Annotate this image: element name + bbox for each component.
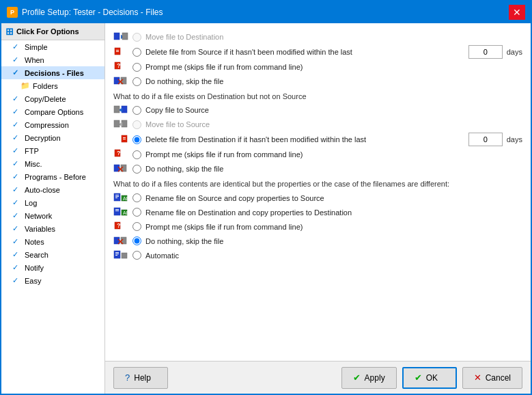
cancel-icon: ✕ <box>474 372 481 383</box>
sidebar-item-notes[interactable]: ✓ Notes <box>1 235 104 248</box>
close-button[interactable]: ✕ <box>509 5 525 20</box>
apply-button[interactable]: ✔ Apply <box>341 367 397 389</box>
radio-move-to-source[interactable] <box>132 120 141 129</box>
radio-delete-from-source[interactable] <box>132 48 141 57</box>
label-prompt-3: Prompt me (skips file if run from comman… <box>132 222 522 231</box>
sidebar-item-search[interactable]: ✓ Search <box>1 248 104 261</box>
label-prompt-1: Prompt me (skips file if run from comman… <box>132 63 522 72</box>
svg-rect-33 <box>114 208 120 215</box>
option-row-delete-from-source: Delete file from Source if it hasn't bee… <box>113 45 522 59</box>
sidebar-label-notes: Notes <box>25 238 44 246</box>
check-icon: ✓ <box>12 55 22 64</box>
label-do-nothing-3: Do nothing, skip the file <box>132 236 522 245</box>
sidebar-label-log: Log <box>25 199 37 207</box>
sidebar-item-network[interactable]: ✓ Network <box>1 209 104 222</box>
option-row-do-nothing-2: Do nothing, skip the file <box>113 163 522 175</box>
sidebar-label-programs-before: Programs - Before <box>25 173 86 181</box>
svg-rect-14 <box>114 106 120 113</box>
section2-label: What to do if a files contents are ident… <box>113 179 522 189</box>
radio-label-move-to-source: Move file to Source <box>145 120 210 128</box>
svg-rect-35 <box>115 210 119 211</box>
do-nothing-3-icon <box>113 235 128 247</box>
sidebar-item-easy[interactable]: ✓ Easy <box>1 274 104 287</box>
svg-rect-2 <box>122 33 128 40</box>
titlebar-left: P Profile Setup: Tester - Decisions - Fi… <box>7 7 163 18</box>
label-delete-from-source: Delete file from Source if it hasn't bee… <box>132 48 460 57</box>
check-icon: ✓ <box>12 172 22 181</box>
radio-label-copy-to-source: Copy file to Source <box>145 106 209 114</box>
cancel-button[interactable]: ✕ Cancel <box>462 367 522 389</box>
sidebar-label-compare-options: Compare Options <box>25 108 83 116</box>
label-copy-to-source: Copy file to Source <box>132 106 522 115</box>
radio-label-prompt-1: Prompt me (skips file if run from comman… <box>145 63 303 71</box>
sidebar-item-compression[interactable]: ✓ Compression <box>1 118 104 131</box>
sidebar-item-compare-options[interactable]: ✓ Compare Options <box>1 105 104 118</box>
check-icon: ✓ <box>12 185 22 194</box>
apply-label: Apply <box>365 373 385 383</box>
sidebar-item-decryption[interactable]: ✓ Decryption <box>1 131 104 144</box>
sidebar-item-folders[interactable]: 📁 Folders <box>1 79 104 92</box>
help-button[interactable]: ? Help <box>113 367 168 389</box>
label-rename-dest: Rename file on Destination and copy prop… <box>132 208 522 217</box>
sidebar-item-ftp[interactable]: ✓ FTP <box>1 144 104 157</box>
radio-label-automatic: Automatic <box>145 251 179 260</box>
sidebar-item-copy-delete[interactable]: ✓ Copy/Delete <box>1 92 104 105</box>
radio-move-to-dest[interactable] <box>132 33 141 42</box>
check-icon: ✓ <box>12 133 22 142</box>
delete-from-source-icon <box>113 46 128 58</box>
check-icon: ✓ <box>12 146 22 155</box>
days-input-delete-source[interactable] <box>468 45 503 59</box>
radio-label-prompt-3: Prompt me (skips file if run from comman… <box>145 223 303 231</box>
check-icon: ✓ <box>12 120 22 129</box>
option-row-copy-to-source: ◀ Copy file to Source <box>113 104 522 116</box>
radio-label-move-to-dest: Move file to Destination <box>145 33 223 41</box>
sidebar-item-programs-before[interactable]: ✓ Programs - Before <box>1 170 104 183</box>
sidebar-label-decisions-files: Decisions - Files <box>25 69 84 77</box>
sidebar-item-log[interactable]: ✓ Log <box>1 196 104 209</box>
option-row-rename-dest: AB Rename file on Destination and copy p… <box>113 206 522 219</box>
prompt-3-icon: ? <box>113 221 128 233</box>
check-icon: ✓ <box>12 263 22 272</box>
days-label-1: days <box>507 48 522 56</box>
ok-label: OK <box>426 373 438 383</box>
check-icon: ✓ <box>12 42 22 51</box>
radio-do-nothing-3[interactable] <box>132 236 141 245</box>
option-row-delete-from-dest: Delete file from Destination if it hasn'… <box>113 133 522 146</box>
sidebar-item-simple[interactable]: ✓ Simple <box>1 40 104 53</box>
sidebar-label-folders: Folders <box>33 82 58 90</box>
sidebar-item-misc[interactable]: ✓ Misc. <box>1 157 104 170</box>
ok-button[interactable]: ✔ OK <box>402 367 457 389</box>
check-icon: ✓ <box>12 198 22 207</box>
sidebar-item-auto-close[interactable]: ✓ Auto-close <box>1 183 104 196</box>
radio-label-delete-from-dest: Delete file from Destination if it hasn'… <box>145 135 366 144</box>
radio-copy-to-source[interactable] <box>132 106 141 115</box>
radio-rename-source[interactable] <box>132 193 141 202</box>
check-icon: ✓ <box>12 94 22 103</box>
radio-prompt-3[interactable] <box>132 222 141 231</box>
radio-prompt-1[interactable] <box>132 63 141 72</box>
radio-rename-dest[interactable] <box>132 208 141 217</box>
help-label: Help <box>134 373 151 383</box>
radio-label-do-nothing-1: Do nothing, skip the file <box>145 77 223 85</box>
sidebar-item-variables[interactable]: ✓ Variables <box>1 222 104 235</box>
main-content: ⊞ Click For Options ✓ Simple ✓ When ✓ De… <box>1 23 531 394</box>
svg-rect-0 <box>114 33 120 40</box>
radio-automatic[interactable] <box>132 251 141 260</box>
radio-do-nothing-2[interactable] <box>132 165 141 174</box>
sidebar-item-notify[interactable]: ✓ Notify <box>1 261 104 274</box>
svg-rect-46 <box>115 254 119 254</box>
radio-do-nothing-1[interactable] <box>132 77 141 86</box>
label-do-nothing-1: Do nothing, skip the file <box>132 77 522 86</box>
radio-label-do-nothing-2: Do nothing, skip the file <box>145 165 223 173</box>
radio-delete-from-dest[interactable] <box>132 135 141 144</box>
ok-icon: ✔ <box>415 372 422 383</box>
days-input-delete-dest[interactable] <box>468 133 503 146</box>
option-row-do-nothing-1: Do nothing, skip the file <box>113 75 522 87</box>
sidebar-header[interactable]: ⊞ Click For Options <box>1 23 104 40</box>
sidebar-label-ftp: FTP <box>25 147 39 155</box>
content-scroll[interactable]: ▶ Move file to Destination <box>105 23 531 361</box>
sidebar-item-when[interactable]: ✓ When <box>1 53 104 66</box>
sidebar-item-decisions-files[interactable]: ✓ Decisions - Files <box>1 66 104 79</box>
svg-rect-45 <box>115 252 119 253</box>
radio-prompt-2[interactable] <box>132 150 141 159</box>
